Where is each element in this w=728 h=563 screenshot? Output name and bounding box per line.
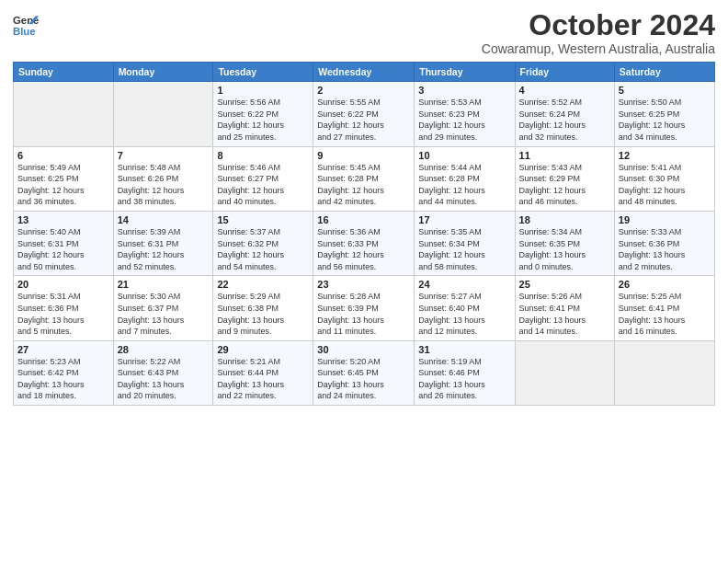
- calendar-cell: 22Sunrise: 5:29 AM Sunset: 6:38 PM Dayli…: [213, 276, 313, 340]
- calendar-cell: 2Sunrise: 5:55 AM Sunset: 6:22 PM Daylig…: [313, 82, 415, 146]
- day-number: 22: [217, 279, 309, 290]
- day-number: 12: [619, 150, 711, 161]
- day-info: Sunrise: 5:34 AM Sunset: 6:35 PM Dayligh…: [519, 226, 610, 272]
- weekday-header-thursday: Thursday: [415, 63, 515, 82]
- day-number: 23: [317, 279, 410, 290]
- weekday-header-sunday: Sunday: [14, 63, 114, 82]
- day-number: 16: [317, 214, 410, 225]
- calendar-cell: 19Sunrise: 5:33 AM Sunset: 6:36 PM Dayli…: [614, 211, 714, 275]
- weekday-header-tuesday: Tuesday: [213, 63, 313, 82]
- calendar-cell: 5Sunrise: 5:50 AM Sunset: 6:25 PM Daylig…: [614, 82, 714, 146]
- calendar-cell: 13Sunrise: 5:40 AM Sunset: 6:31 PM Dayli…: [14, 211, 114, 275]
- calendar-week-5: 27Sunrise: 5:23 AM Sunset: 6:42 PM Dayli…: [14, 340, 715, 405]
- calendar-cell: 6Sunrise: 5:49 AM Sunset: 6:25 PM Daylig…: [14, 146, 114, 211]
- calendar-cell: 23Sunrise: 5:28 AM Sunset: 6:39 PM Dayli…: [313, 276, 415, 340]
- calendar-cell: 11Sunrise: 5:43 AM Sunset: 6:29 PM Dayli…: [515, 146, 614, 211]
- weekday-header-monday: Monday: [113, 63, 213, 82]
- calendar-cell: 29Sunrise: 5:21 AM Sunset: 6:44 PM Dayli…: [213, 340, 313, 405]
- day-info: Sunrise: 5:36 AM Sunset: 6:33 PM Dayligh…: [317, 226, 410, 272]
- calendar-cell: [14, 82, 114, 146]
- calendar-cell: 30Sunrise: 5:20 AM Sunset: 6:45 PM Dayli…: [313, 340, 415, 405]
- day-info: Sunrise: 5:22 AM Sunset: 6:43 PM Dayligh…: [118, 356, 210, 402]
- day-info: Sunrise: 5:39 AM Sunset: 6:31 PM Dayligh…: [118, 226, 210, 272]
- svg-text:Blue: Blue: [13, 26, 36, 37]
- day-info: Sunrise: 5:33 AM Sunset: 6:36 PM Dayligh…: [619, 226, 711, 272]
- day-info: Sunrise: 5:52 AM Sunset: 6:24 PM Dayligh…: [519, 97, 610, 143]
- calendar-cell: 9Sunrise: 5:45 AM Sunset: 6:28 PM Daylig…: [313, 146, 415, 211]
- day-number: 9: [317, 150, 410, 161]
- day-info: Sunrise: 5:46 AM Sunset: 6:27 PM Dayligh…: [217, 162, 309, 208]
- day-number: 11: [519, 150, 610, 161]
- day-info: Sunrise: 5:30 AM Sunset: 6:37 PM Dayligh…: [118, 291, 210, 337]
- day-info: Sunrise: 5:29 AM Sunset: 6:38 PM Dayligh…: [217, 291, 309, 337]
- calendar-cell: 3Sunrise: 5:53 AM Sunset: 6:23 PM Daylig…: [415, 82, 515, 146]
- day-number: 14: [118, 214, 210, 225]
- month-title: October 2024: [482, 9, 715, 41]
- day-info: Sunrise: 5:23 AM Sunset: 6:42 PM Dayligh…: [17, 356, 109, 402]
- calendar-cell: [515, 340, 614, 405]
- day-number: 15: [217, 214, 309, 225]
- calendar-cell: 21Sunrise: 5:30 AM Sunset: 6:37 PM Dayli…: [113, 276, 213, 340]
- day-info: Sunrise: 5:50 AM Sunset: 6:25 PM Dayligh…: [619, 97, 711, 143]
- day-info: Sunrise: 5:56 AM Sunset: 6:22 PM Dayligh…: [217, 97, 309, 143]
- calendar-cell: 1Sunrise: 5:56 AM Sunset: 6:22 PM Daylig…: [213, 82, 313, 146]
- calendar-week-4: 20Sunrise: 5:31 AM Sunset: 6:36 PM Dayli…: [14, 276, 715, 340]
- calendar-cell: 15Sunrise: 5:37 AM Sunset: 6:32 PM Dayli…: [213, 211, 313, 275]
- calendar-cell: 7Sunrise: 5:48 AM Sunset: 6:26 PM Daylig…: [113, 146, 213, 211]
- calendar-cell: 14Sunrise: 5:39 AM Sunset: 6:31 PM Dayli…: [113, 211, 213, 275]
- day-number: 13: [17, 214, 109, 225]
- calendar-week-3: 13Sunrise: 5:40 AM Sunset: 6:31 PM Dayli…: [14, 211, 715, 275]
- day-info: Sunrise: 5:40 AM Sunset: 6:31 PM Dayligh…: [17, 226, 109, 272]
- day-number: 19: [619, 214, 711, 225]
- weekday-header-saturday: Saturday: [614, 63, 714, 82]
- calendar-cell: 20Sunrise: 5:31 AM Sunset: 6:36 PM Dayli…: [14, 276, 114, 340]
- location: Cowaramup, Western Australia, Australia: [482, 41, 715, 56]
- day-number: 10: [418, 150, 510, 161]
- day-number: 18: [519, 214, 610, 225]
- day-number: 5: [619, 85, 711, 96]
- day-info: Sunrise: 5:21 AM Sunset: 6:44 PM Dayligh…: [217, 356, 309, 402]
- day-info: Sunrise: 5:28 AM Sunset: 6:39 PM Dayligh…: [317, 291, 410, 337]
- day-number: 7: [118, 150, 210, 161]
- calendar-cell: 25Sunrise: 5:26 AM Sunset: 6:41 PM Dayli…: [515, 276, 614, 340]
- day-info: Sunrise: 5:37 AM Sunset: 6:32 PM Dayligh…: [217, 226, 309, 272]
- day-info: Sunrise: 5:25 AM Sunset: 6:41 PM Dayligh…: [619, 291, 711, 337]
- day-number: 21: [118, 279, 210, 290]
- day-number: 17: [418, 214, 510, 225]
- calendar-cell: 31Sunrise: 5:19 AM Sunset: 6:46 PM Dayli…: [415, 340, 515, 405]
- title-block: October 2024 Cowaramup, Western Australi…: [482, 9, 715, 56]
- day-info: Sunrise: 5:49 AM Sunset: 6:25 PM Dayligh…: [17, 162, 109, 208]
- calendar-cell: 10Sunrise: 5:44 AM Sunset: 6:28 PM Dayli…: [415, 146, 515, 211]
- day-info: Sunrise: 5:48 AM Sunset: 6:26 PM Dayligh…: [118, 162, 210, 208]
- day-number: 28: [118, 344, 210, 355]
- calendar-cell: [113, 82, 213, 146]
- calendar-body: 1Sunrise: 5:56 AM Sunset: 6:22 PM Daylig…: [14, 82, 715, 406]
- day-number: 8: [217, 150, 309, 161]
- day-number: 2: [317, 85, 410, 96]
- calendar-week-2: 6Sunrise: 5:49 AM Sunset: 6:25 PM Daylig…: [14, 146, 715, 211]
- day-number: 24: [418, 279, 510, 290]
- day-number: 26: [619, 279, 711, 290]
- header: General Blue October 2024 Cowaramup, Wes…: [13, 9, 715, 56]
- day-info: Sunrise: 5:45 AM Sunset: 6:28 PM Dayligh…: [317, 162, 410, 208]
- day-number: 1: [217, 85, 309, 96]
- day-info: Sunrise: 5:55 AM Sunset: 6:22 PM Dayligh…: [317, 97, 410, 143]
- day-info: Sunrise: 5:31 AM Sunset: 6:36 PM Dayligh…: [17, 291, 109, 337]
- calendar-cell: 18Sunrise: 5:34 AM Sunset: 6:35 PM Dayli…: [515, 211, 614, 275]
- calendar-cell: 12Sunrise: 5:41 AM Sunset: 6:30 PM Dayli…: [614, 146, 714, 211]
- day-number: 30: [317, 344, 410, 355]
- calendar-cell: 17Sunrise: 5:35 AM Sunset: 6:34 PM Dayli…: [415, 211, 515, 275]
- calendar-cell: 24Sunrise: 5:27 AM Sunset: 6:40 PM Dayli…: [415, 276, 515, 340]
- calendar-cell: [614, 340, 714, 405]
- day-info: Sunrise: 5:35 AM Sunset: 6:34 PM Dayligh…: [418, 226, 510, 272]
- day-info: Sunrise: 5:27 AM Sunset: 6:40 PM Dayligh…: [418, 291, 510, 337]
- calendar-cell: 27Sunrise: 5:23 AM Sunset: 6:42 PM Dayli…: [14, 340, 114, 405]
- day-number: 25: [519, 279, 610, 290]
- calendar-cell: 26Sunrise: 5:25 AM Sunset: 6:41 PM Dayli…: [614, 276, 714, 340]
- day-info: Sunrise: 5:26 AM Sunset: 6:41 PM Dayligh…: [519, 291, 610, 337]
- page: General Blue October 2024 Cowaramup, Wes…: [0, 0, 728, 563]
- day-number: 20: [17, 279, 109, 290]
- calendar: SundayMondayTuesdayWednesdayThursdayFrid…: [13, 62, 715, 406]
- day-number: 31: [418, 344, 510, 355]
- calendar-cell: 28Sunrise: 5:22 AM Sunset: 6:43 PM Dayli…: [113, 340, 213, 405]
